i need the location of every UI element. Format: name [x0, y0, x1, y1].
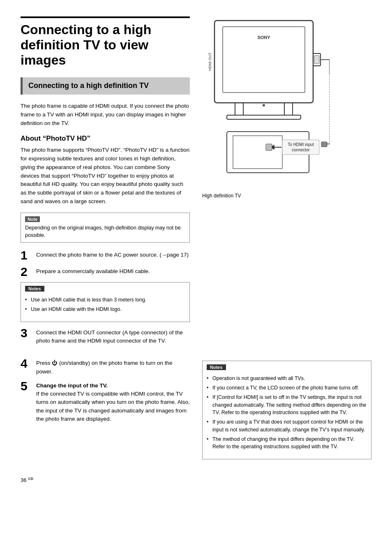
step-4: 4 Press ⏻ (on/standby) on the photo fram…	[21, 357, 190, 376]
svg-rect-21	[321, 142, 327, 147]
right-column: SONY HDMI OUT	[202, 16, 371, 349]
step-1-number: 1	[21, 249, 32, 262]
step-5-content: Change the input of the TV. If the conne…	[36, 380, 190, 423]
step-5-title: Change the input of the TV.	[36, 382, 108, 389]
step-2-content: Prepare a commercially available HDMI ca…	[36, 266, 150, 276]
svg-rect-3	[284, 103, 293, 115]
page-title: Connecting to a high definition TV to vi…	[21, 16, 190, 67]
step-1: 1 Connect the photo frame to the AC powe…	[21, 249, 190, 262]
step-2-number: 2	[21, 266, 32, 278]
svg-text:connector: connector	[292, 148, 310, 152]
list-item: Operation is not guaranteed with all TVs…	[207, 375, 367, 382]
page-number-area: 36 GB	[21, 477, 371, 483]
bottom-right: Notes Operation is not guaranteed with a…	[202, 357, 371, 464]
step-4-number: 4	[21, 357, 32, 370]
list-item: Use an HDMI cable with the HDMI logo.	[25, 306, 185, 313]
notes-label-1: Notes	[25, 286, 44, 292]
note-box: Note Depending on the original images, h…	[21, 213, 190, 243]
sub-section-title: Connecting to a high definition TV	[28, 81, 184, 90]
svg-text:To HDMI input: To HDMI input	[288, 142, 314, 147]
page-suffix: GB	[28, 477, 33, 481]
tv-diagram-svg: SONY HDMI OUT	[202, 16, 330, 189]
notes-list-2: Operation is not guaranteed with all TVs…	[207, 375, 367, 451]
step-4-content: Press ⏻ (on/standby) on the photo frame …	[36, 357, 190, 376]
svg-text:SONY: SONY	[257, 35, 270, 40]
step-5: 5 Change the input of the TV. If the con…	[21, 380, 190, 423]
svg-text:HDMI OUT: HDMI OUT	[208, 52, 212, 71]
top-section: Connecting to a high definition TV to vi…	[21, 16, 371, 349]
svg-point-11	[263, 104, 265, 107]
step-2: 2 Prepare a commercially available HDMI …	[21, 266, 190, 278]
step-3-content: Connect the HDMI OUT connector (A type c…	[36, 327, 190, 345]
step-5-detail: If the connected TV is compatible with H…	[36, 391, 190, 422]
sub-section-header: Connecting to a high definition TV	[21, 77, 190, 95]
svg-rect-8	[314, 56, 319, 64]
diagram-label: High definition TV	[202, 193, 334, 199]
note-text: Depending on the original images, high-d…	[25, 224, 185, 239]
about-title: About “PhotoTV HD”	[21, 134, 190, 143]
step-1-content: Connect the photo frame to the AC power …	[36, 249, 189, 259]
about-text: The photo frame supports “PhotoTV HD”. “…	[21, 146, 190, 206]
page-layout: Connecting to a high definition TV to vi…	[21, 16, 371, 484]
bottom-section: 4 Press ⏻ (on/standby) on the photo fram…	[21, 357, 371, 464]
svg-rect-13	[233, 136, 282, 169]
step-5-number: 5	[21, 380, 32, 392]
list-item: If [Control for HDMI] is set to off in t…	[207, 394, 367, 417]
intro-text: The photo frame is capable of HDMI outpu…	[21, 102, 190, 128]
notes-list-1: Use an HDMI cable that is less than 3 me…	[25, 296, 185, 313]
list-item: Use an HDMI cable that is less than 3 me…	[25, 296, 185, 304]
arrow-icon: →	[161, 252, 167, 258]
svg-rect-18	[266, 144, 272, 151]
left-column: Connecting to a high definition TV to vi…	[21, 16, 190, 349]
list-item: If you connect a TV, the LCD screen of t…	[207, 384, 367, 392]
svg-rect-2	[235, 103, 243, 115]
notes-box-1: Notes Use an HDMI cable that is less tha…	[21, 282, 190, 322]
step-3: 3 Connect the HDMI OUT connector (A type…	[21, 327, 190, 345]
bottom-left: 4 Press ⏻ (on/standby) on the photo fram…	[21, 357, 190, 464]
step-3-number: 3	[21, 327, 32, 339]
diagram-container: SONY HDMI OUT	[202, 16, 334, 199]
list-item: The method of changing the input differs…	[207, 436, 367, 451]
note-label: Note	[25, 216, 40, 222]
notes-label-2: Notes	[207, 364, 226, 370]
svg-rect-4	[227, 115, 301, 119]
list-item: If you are using a TV that does not supp…	[207, 418, 367, 434]
notes-box-2: Notes Operation is not guaranteed with a…	[202, 361, 371, 459]
page-number: 36	[21, 477, 26, 484]
svg-rect-0	[214, 21, 313, 103]
